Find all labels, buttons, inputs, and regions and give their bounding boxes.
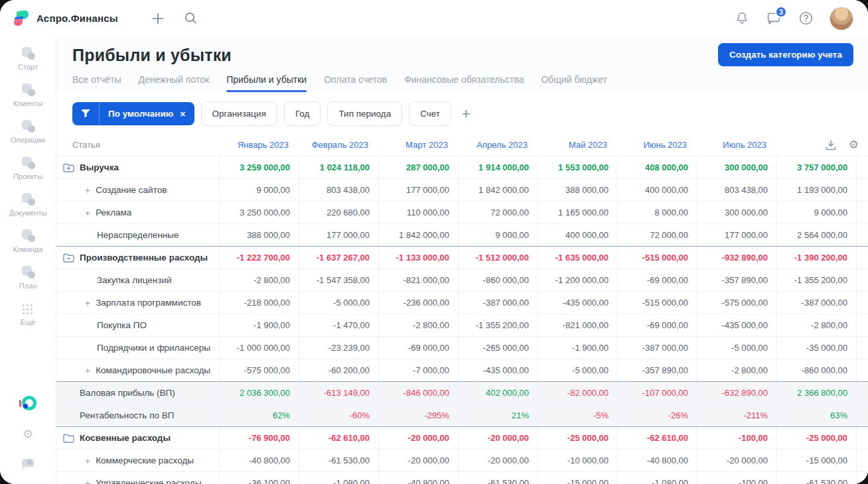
value-cell[interactable]: 388 000,00 — [219, 224, 299, 246]
value-cell[interactable]: 9 000,00 — [458, 224, 538, 246]
sidebar-item-plan[interactable]: План — [9, 265, 47, 290]
value-cell[interactable]: -1 637 267,00 — [299, 247, 378, 269]
support-chat-icon[interactable] — [21, 457, 35, 471]
value-cell[interactable]: 1 193 000,00 — [776, 179, 856, 201]
value-cell[interactable]: -860 000,00 — [458, 269, 538, 291]
value-cell[interactable]: 300 000,00 — [697, 156, 776, 178]
value-cell[interactable]: 287 000,00 — [378, 156, 458, 178]
table-row[interactable]: +Управленческие расходы -36 100,00-1 080… — [56, 471, 868, 484]
sidebar-item-start[interactable]: Старт — [9, 46, 47, 71]
table-row[interactable]: Нераспределенные 388 000,00177 000,001 8… — [56, 223, 868, 246]
column-header-month[interactable]: Январь 2023 — [219, 134, 299, 156]
tab-прибыли-и-убытки[interactable]: Прибыли и убытки — [226, 74, 307, 92]
value-cell[interactable]: -7 000,00 — [378, 359, 458, 381]
value-cell[interactable]: -515 000,00 — [617, 247, 697, 269]
value-cell[interactable]: -1 080,00 — [299, 472, 378, 484]
search-icon[interactable] — [183, 11, 199, 27]
value-cell[interactable]: 177 000,00 — [299, 224, 378, 246]
value-cell[interactable]: -575 000,00 — [697, 292, 776, 314]
filter-chip[interactable]: Счет — [409, 101, 451, 126]
table-row[interactable]: Закупка лицензий -2 800,00-1 547 358,00-… — [56, 269, 868, 291]
value-cell[interactable]: -357 890,00 — [697, 269, 776, 291]
value-cell[interactable]: -15 000,00 — [776, 450, 856, 471]
value-cell[interactable]: 300 000,00 — [697, 202, 776, 223]
filter-chip[interactable]: Тип периода — [327, 101, 402, 126]
remove-filter-icon[interactable]: × — [179, 109, 194, 119]
value-cell[interactable]: -82 000,00 — [538, 382, 617, 404]
value-cell[interactable]: -69 000,00 — [617, 314, 697, 336]
column-header-month[interactable]: Апрель 2023 — [458, 134, 538, 156]
table-row[interactable]: Рентабельность по ВП 62%-60%-295%21%-5%-… — [56, 404, 868, 426]
user-avatar[interactable] — [830, 7, 853, 30]
column-header-month[interactable]: Июль 2023 — [697, 134, 776, 156]
value-cell[interactable]: -435 000,00 — [538, 292, 617, 314]
tab-оплата-счетов[interactable]: Оплата счетов — [324, 74, 387, 92]
value-cell[interactable]: -821 000,00 — [538, 314, 617, 336]
value-cell[interactable]: -1 355 200,00 — [776, 269, 856, 291]
value-cell[interactable]: -61 530,00 — [458, 472, 538, 484]
value-cell[interactable]: -211% — [697, 404, 776, 426]
column-header-month[interactable]: Май 2023 — [538, 134, 617, 156]
value-cell[interactable]: 402 000,00 — [458, 382, 538, 404]
value-cell[interactable]: -387 000,00 — [776, 292, 856, 314]
value-cell[interactable]: 803 438,00 — [697, 179, 776, 201]
help-icon[interactable] — [798, 11, 814, 27]
value-cell[interactable]: -357 890,00 — [617, 359, 697, 381]
value-cell[interactable]: -1 355 200,00 — [458, 314, 538, 336]
value-cell[interactable]: -61 530,00 — [299, 450, 378, 471]
value-cell[interactable]: -100,00 — [697, 427, 776, 449]
value-cell[interactable]: -5 000,00 — [538, 359, 617, 381]
value-cell[interactable]: 177 000,00 — [697, 224, 776, 246]
sidebar-item-team[interactable]: Команда — [9, 228, 47, 253]
value-cell[interactable]: -36 100,00 — [219, 472, 299, 484]
value-cell[interactable]: 72 000,00 — [458, 202, 538, 223]
value-cell[interactable]: 1 842 000,00 — [378, 224, 458, 246]
table-settings-gear-icon[interactable]: ⚙ — [849, 139, 859, 151]
value-cell[interactable]: -435 000,00 — [697, 314, 776, 336]
tab-общий-бюджет[interactable]: Общий бюджет — [541, 74, 607, 92]
value-cell[interactable]: -40 800,00 — [617, 450, 697, 471]
expand-plus-icon[interactable]: + — [85, 455, 90, 466]
value-cell[interactable]: -25 000,00 — [538, 427, 617, 449]
column-header-month[interactable]: Февраль 2023 — [299, 134, 378, 156]
value-cell[interactable]: -26% — [617, 404, 697, 426]
value-cell[interactable]: 1 914 000,00 — [458, 156, 538, 178]
value-cell[interactable]: -35 000,00 — [776, 337, 856, 359]
expand-plus-icon[interactable]: + — [85, 298, 90, 308]
value-cell[interactable]: -25 000,00 — [776, 427, 856, 449]
settings-gear-icon[interactable]: ⚙ — [23, 428, 33, 440]
value-cell[interactable]: -387 000,00 — [617, 337, 697, 359]
value-cell[interactable]: -69 000,00 — [378, 337, 458, 359]
value-cell[interactable]: -5 000,00 — [697, 337, 776, 359]
table-row[interactable]: Выручка 3 259 000,001 024 118,00287 000,… — [56, 156, 868, 178]
expand-plus-icon[interactable]: + — [85, 185, 90, 196]
value-cell[interactable]: 400 000,00 — [538, 224, 617, 246]
sidebar-item-projects[interactable]: Проекты — [9, 155, 47, 180]
value-cell[interactable]: -515 000,00 — [617, 292, 697, 314]
value-cell[interactable]: -265 000,00 — [458, 337, 538, 359]
value-cell[interactable]: -1 222 700,00 — [219, 247, 299, 269]
value-cell[interactable]: -40 800,00 — [219, 450, 299, 471]
sidebar-item-operations[interactable]: Операции — [9, 119, 47, 144]
value-cell[interactable]: -613 149,00 — [299, 382, 378, 404]
value-cell[interactable]: 8 000,00 — [617, 202, 697, 223]
value-cell[interactable]: -100,00 — [697, 472, 776, 484]
table-row[interactable]: +Реклама 3 250 000,00220 680,00110 000,0… — [56, 201, 868, 223]
value-cell[interactable]: 388 000,00 — [538, 179, 617, 201]
brand[interactable]: Аспро.Финансы — [0, 9, 118, 27]
value-cell[interactable]: 177 000,00 — [378, 179, 458, 201]
value-cell[interactable]: 220 680,00 — [299, 202, 378, 223]
folder-minus-icon[interactable] — [63, 253, 74, 263]
download-icon[interactable] — [825, 139, 837, 151]
value-cell[interactable]: 3 259 000,00 — [219, 156, 299, 178]
value-cell[interactable]: 400 000,00 — [617, 179, 697, 201]
value-cell[interactable]: -1 900,00 — [219, 314, 299, 336]
value-cell[interactable]: -62 610,00 — [617, 427, 697, 449]
value-cell[interactable]: -575 000,00 — [219, 359, 299, 381]
value-cell[interactable]: -20 000,00 — [458, 427, 538, 449]
value-cell[interactable]: 2 366 800,00 — [776, 382, 856, 404]
tab-все-отчёты[interactable]: Все отчёты — [72, 74, 121, 92]
value-cell[interactable]: 1 165 000,00 — [538, 202, 617, 223]
value-cell[interactable]: -15 000,00 — [538, 472, 617, 484]
expand-plus-icon[interactable]: + — [85, 208, 90, 218]
